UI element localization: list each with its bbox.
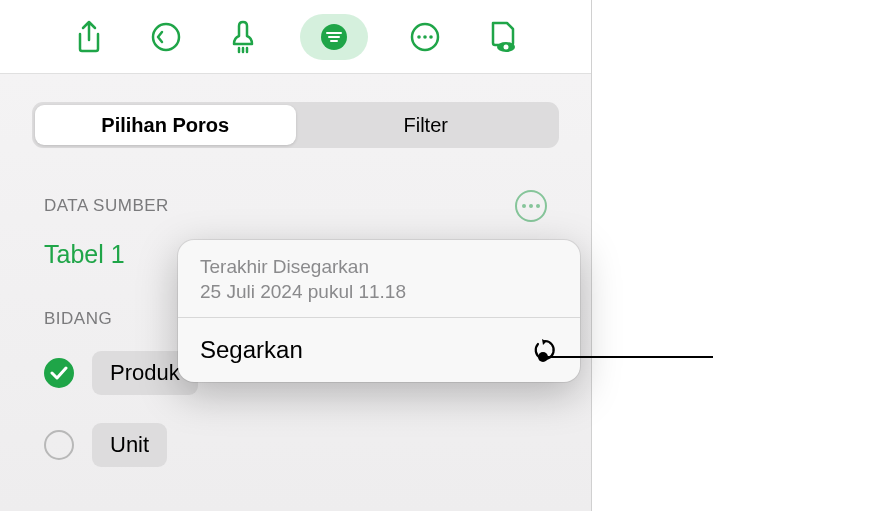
checkmark-icon [50,366,68,380]
tab-segmented-control: Pilihan Poros Filter [32,102,559,148]
format-brush-button[interactable] [223,17,263,57]
tab-label: Filter [404,114,448,137]
svg-point-5 [429,35,433,39]
undo-button[interactable] [146,17,186,57]
tab-filter[interactable]: Filter [296,105,557,145]
ellipsis-icon [522,204,540,208]
organize-icon [319,22,349,52]
field-label-text: Unit [110,432,149,457]
refresh-action[interactable]: Segarkan [178,318,580,382]
main-toolbar [0,0,591,74]
field-label-text: Produk [110,360,180,385]
source-data-more-button[interactable] [515,190,547,222]
source-data-label: DATA SUMBER [44,196,169,216]
callout-annotation [543,356,713,358]
undo-icon [150,21,182,53]
last-refreshed-label: Terakhir Disegarkan [200,256,558,278]
last-refreshed-date: 25 Juli 2024 pukul 11.18 [200,281,558,303]
more-icon [409,21,441,53]
field-row-unit: Unit [32,423,559,467]
source-data-header: DATA SUMBER [32,190,559,222]
svg-point-3 [417,35,421,39]
organize-button-active[interactable] [300,14,368,60]
field-checkbox-produk[interactable] [44,358,74,388]
field-checkbox-unit[interactable] [44,430,74,460]
svg-point-4 [423,35,427,39]
tab-label: Pilihan Poros [101,114,229,137]
more-button[interactable] [405,17,445,57]
refresh-popover: Terakhir Disegarkan 25 Juli 2024 pukul 1… [178,240,580,382]
view-mode-button[interactable] [482,17,522,57]
refresh-label: Segarkan [200,336,303,364]
document-view-icon [487,20,517,54]
popover-header: Terakhir Disegarkan 25 Juli 2024 pukul 1… [178,240,580,317]
svg-point-7 [504,44,509,49]
share-button[interactable] [69,17,109,57]
tab-pivot-options[interactable]: Pilihan Poros [35,105,296,145]
share-icon [75,20,103,54]
brush-icon [228,20,258,54]
field-chip-unit[interactable]: Unit [92,423,167,467]
